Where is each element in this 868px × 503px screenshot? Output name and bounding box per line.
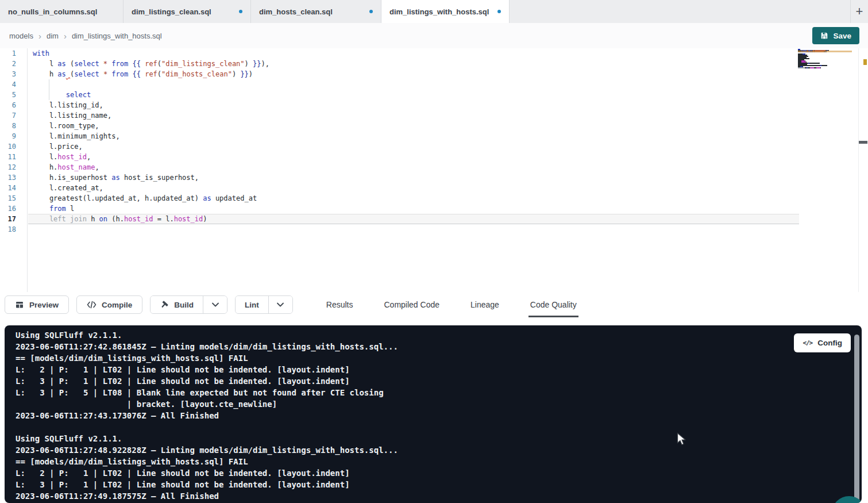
breadcrumb-bar: models›dim›dim_listings_with_hosts.sql S… [0, 23, 868, 48]
tab-bar: no_nulls_in_columns.sqldim_listings_clea… [0, 0, 868, 23]
code-line[interactable] [28, 79, 799, 90]
lint-button[interactable]: Lint [236, 296, 268, 313]
code-line[interactable]: greatest(l.updated_at, h.updated_at) as … [28, 193, 799, 203]
build-button[interactable]: Build [151, 296, 203, 313]
config-button[interactable]: </> Config [794, 333, 851, 352]
terminal-line: 2023-06-06T11:27:43.173076Z — All Finish… [16, 410, 839, 421]
code-line[interactable]: l.minimum_nights, [28, 131, 799, 141]
code-icon: </> [803, 339, 812, 347]
chevron-down-icon [276, 302, 284, 308]
editor-scroll-gutter [858, 48, 859, 292]
file-tab[interactable]: dim_hosts_clean.sql [251, 0, 381, 23]
config-label: Config [817, 339, 842, 347]
lint-warning-marker [863, 59, 867, 65]
ide-root: no_nulls_in_columns.sqldim_listings_clea… [0, 0, 868, 503]
code-line[interactable]: l as (select * from {{ ref("dim_listings… [28, 59, 799, 69]
line-number: 11 [0, 152, 27, 162]
terminal-scrollbar[interactable] [854, 335, 859, 503]
terminal-line: == [models/dim/dim_listings_with_hosts.s… [16, 352, 839, 364]
terminal-output: Using SQLFluff v2.1.1.2023-06-06T11:27:4… [16, 329, 839, 502]
terminal-line: 2023-06-06T11:27:48.922828Z — Linting mo… [16, 444, 839, 456]
code-line[interactable]: with [28, 48, 799, 59]
mouse-cursor [677, 432, 686, 446]
tab-results[interactable]: Results [325, 292, 355, 317]
code-line[interactable]: select [28, 90, 799, 100]
code-line[interactable]: l.price, [28, 141, 799, 152]
plus-icon: + [856, 4, 863, 19]
code-line[interactable]: h.host_name, [28, 162, 799, 172]
indent-guide [49, 79, 49, 100]
terminal-line: Using SQLFluff v2.1.1. [16, 329, 839, 341]
breadcrumb-separator-icon: › [64, 31, 67, 41]
breadcrumb-item[interactable]: dim_listings_with_hosts.sql [72, 32, 162, 40]
terminal-line: L: 2 | P: 1 | LT02 | Line should not be … [16, 467, 839, 479]
build-dropdown-button[interactable] [203, 296, 227, 313]
code-line[interactable]: from l [28, 203, 799, 214]
code-line[interactable]: l.room_type, [28, 121, 799, 131]
editor-gutter: 123456789101112131415161718 [0, 48, 28, 292]
unsaved-dot-icon [497, 10, 501, 13]
editor-code[interactable]: with l as (select * from {{ ref("dim_lis… [28, 48, 799, 235]
terminal-line [16, 421, 839, 433]
file-tab[interactable]: dim_listings_with_hosts.sql [381, 0, 510, 23]
code-line[interactable]: l.listing_name, [28, 110, 799, 121]
build-split-button: Build [150, 295, 227, 314]
scroll-position-marker[interactable] [859, 141, 867, 144]
preview-label: Preview [29, 301, 59, 309]
save-icon [820, 32, 828, 40]
save-label: Save [833, 32, 851, 40]
breadcrumb-separator-icon: › [38, 31, 41, 41]
line-number: 9 [0, 131, 27, 141]
terminal-line: 2023-06-06T11:27:42.861845Z — Linting mo… [16, 341, 839, 352]
minimap-line [798, 68, 852, 70]
tab-lineage[interactable]: Lineage [469, 292, 501, 317]
lint-split-button: Lint [235, 295, 293, 314]
code-line[interactable]: h as (select * from {{ ref("dim_hosts_cl… [28, 69, 799, 79]
code-editor[interactable]: 123456789101112131415161718 with l as (s… [0, 48, 868, 292]
code-line[interactable]: l.host_id, [28, 152, 799, 162]
breadcrumb-item[interactable]: models [9, 32, 33, 40]
tab-label: dim_hosts_clean.sql [259, 7, 333, 16]
new-tab-button[interactable]: + [850, 0, 868, 23]
tab-compiled-code[interactable]: Compiled Code [383, 292, 442, 317]
terminal-line: L: 3 | P: 5 | LT08 | Blank line expected… [16, 387, 839, 398]
compile-label: Compile [102, 301, 132, 309]
file-tab[interactable]: no_nulls_in_columns.sql [0, 0, 124, 23]
file-tab[interactable]: dim_listings_clean.sql [124, 0, 251, 23]
lint-label: Lint [245, 301, 259, 309]
tab-label: no_nulls_in_columns.sql [8, 7, 97, 16]
line-number: 13 [0, 172, 27, 183]
compile-button[interactable]: Compile [76, 295, 142, 314]
tab-bar-tabs: no_nulls_in_columns.sqldim_listings_clea… [0, 0, 510, 23]
lint-dropdown-button[interactable] [268, 296, 292, 313]
line-number: 6 [0, 100, 27, 110]
save-button[interactable]: Save [812, 27, 859, 44]
breadcrumb: models›dim›dim_listings_with_hosts.sql [9, 23, 162, 48]
line-number: 17 [0, 214, 27, 224]
table-icon [15, 300, 24, 309]
terminal-line: Using SQLFluff v2.1.1. [16, 433, 839, 444]
code-icon [87, 301, 97, 309]
line-number: 8 [0, 121, 27, 131]
line-number: 10 [0, 141, 27, 152]
breadcrumb-item[interactable]: dim [47, 32, 59, 40]
unsaved-dot-icon [239, 10, 242, 13]
tab-label: dim_listings_with_hosts.sql [389, 7, 489, 16]
line-number: 1 [0, 48, 27, 59]
bottom-toolbar: Preview Compile Build [0, 292, 868, 317]
preview-button[interactable]: Preview [5, 295, 69, 314]
code-line[interactable]: left join h on (h.host_id = l.host_id) [28, 214, 799, 224]
line-number: 7 [0, 110, 27, 121]
code-line[interactable]: h.is_superhost as host_is_superhost, [28, 172, 799, 183]
tab-label: dim_listings_clean.sql [132, 7, 211, 16]
chevron-down-icon [211, 302, 219, 308]
line-number: 16 [0, 203, 27, 214]
code-line[interactable]: l.listing_id, [28, 100, 799, 110]
line-number: 14 [0, 183, 27, 193]
tab-code-quality[interactable]: Code Quality [528, 292, 578, 317]
code-line[interactable]: l.created_at, [28, 183, 799, 193]
hammer-icon [160, 300, 169, 309]
panel-tabs: Results Compiled Code Lineage Code Quali… [325, 292, 578, 317]
line-number: 18 [0, 224, 27, 235]
code-line[interactable] [28, 224, 799, 235]
